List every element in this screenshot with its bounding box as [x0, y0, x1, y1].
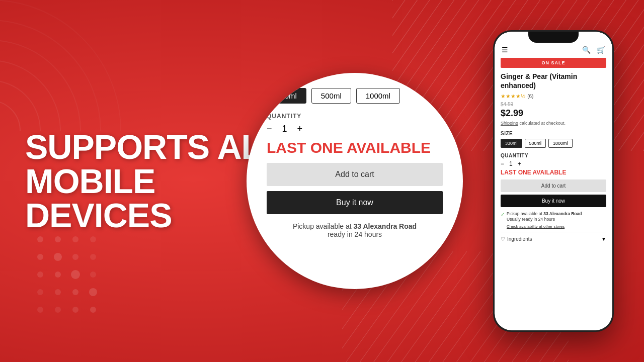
- svg-point-27: [55, 307, 61, 313]
- last-one-circle: LAST ONE AVAILABLE: [267, 139, 443, 156]
- add-to-cart-circle-btn[interactable]: Add to cart: [267, 163, 443, 186]
- stars-row: ★★★★½ (6): [501, 93, 606, 100]
- size-btn-1000ml-circle[interactable]: 1000ml: [356, 88, 400, 104]
- svg-point-19: [55, 272, 61, 278]
- size-500ml-phone[interactable]: 500ml: [525, 139, 546, 148]
- hamburger-icon[interactable]: ☰: [502, 46, 508, 54]
- qty-plus-phone[interactable]: +: [518, 160, 521, 167]
- pickup-text-circle: Pickup available at 33 Alexandra Road re…: [267, 222, 443, 238]
- svg-point-15: [54, 253, 62, 261]
- size-1000ml-phone[interactable]: 1000ml: [548, 139, 573, 148]
- svg-point-16: [72, 254, 78, 260]
- buy-now-circle-btn[interactable]: Buy it now: [267, 191, 443, 214]
- svg-point-18: [37, 272, 43, 278]
- pickup-ready-phone: Usually ready in 24 hours: [507, 217, 555, 222]
- pickup-ready-circle: ready in 24 hours: [328, 230, 382, 238]
- hero-heading: SUPPORTS ALL MOBILE DEVICES: [25, 130, 282, 232]
- svg-point-2: [0, 60, 60, 131]
- cart-icon[interactable]: 🛒: [597, 46, 605, 54]
- svg-point-5: [0, 0, 121, 131]
- ingredients-label: ♡ Ingredients: [501, 236, 532, 242]
- phone-mockup: ☰ 🔍 🛒 ON SALE Ginger & Pear (Vitamin enh…: [493, 30, 614, 332]
- size-btn-500ml-circle[interactable]: 500ml: [311, 88, 351, 104]
- check-availability-link[interactable]: Check availability at other stores: [507, 224, 582, 229]
- review-count: (6): [527, 94, 533, 99]
- pickup-info: Pickup available at 33 Alexandra Road Us…: [507, 211, 582, 230]
- qty-row-phone: − 1 +: [501, 160, 606, 167]
- qty-minus-phone[interactable]: −: [501, 160, 504, 167]
- svg-point-24: [72, 289, 78, 295]
- heading-line1: SUPPORTS ALL: [25, 128, 282, 166]
- dots-decoration: [30, 229, 131, 322]
- svg-point-10: [37, 236, 43, 242]
- svg-point-14: [37, 254, 43, 260]
- phone-screen: ☰ 🔍 🛒 ON SALE Ginger & Pear (Vitamin enh…: [495, 32, 612, 330]
- qty-plus-circle[interactable]: +: [297, 124, 303, 134]
- check-icon: ✓: [501, 212, 505, 217]
- pickup-location-phone: 33 Alexandra Road: [543, 211, 582, 216]
- size-label-phone: SIZE: [501, 131, 606, 136]
- svg-point-17: [90, 254, 96, 260]
- phone-header-icons: 🔍 🛒: [582, 46, 605, 54]
- svg-point-21: [90, 272, 96, 278]
- svg-point-13: [90, 236, 96, 242]
- qty-control-circle: − 1 +: [267, 124, 443, 134]
- pickup-location-circle: 33 Alexandra Road: [354, 222, 417, 230]
- arc-decoration: [0, 0, 131, 131]
- stars-icon: ★★★★½: [501, 93, 525, 100]
- old-price: $4.59: [501, 102, 606, 107]
- size-330ml-phone[interactable]: 330ml: [501, 139, 522, 148]
- qty-label-phone: QUANTITY: [501, 153, 606, 158]
- svg-point-25: [89, 288, 97, 296]
- phone-content: ON SALE Ginger & Pear (Vitamin enhanced)…: [495, 58, 612, 242]
- qty-value-phone: 1: [509, 160, 513, 167]
- svg-point-28: [72, 307, 78, 313]
- buy-now-phone-btn[interactable]: Buy it now: [501, 195, 606, 207]
- svg-point-22: [37, 289, 43, 295]
- add-to-cart-phone-btn[interactable]: Add to cart: [501, 179, 606, 192]
- heading-line3: DEVICES: [25, 196, 172, 234]
- svg-point-23: [55, 289, 61, 295]
- pickup-available-phone: Pickup available at: [507, 211, 542, 216]
- qty-label-circle: QUANTITY: [267, 113, 443, 120]
- svg-point-11: [55, 236, 61, 242]
- svg-point-12: [72, 236, 78, 242]
- shipping-link[interactable]: Shipping: [501, 121, 518, 126]
- ingredients-text[interactable]: Ingredients: [507, 236, 532, 242]
- svg-point-0: [0, 101, 20, 131]
- qty-minus-circle[interactable]: −: [267, 124, 272, 134]
- last-one-phone: LAST ONE AVAILABLE: [501, 169, 606, 176]
- qty-value-circle: 1: [282, 124, 287, 134]
- circle-magnifier: 330ml 500ml 1000ml QUANTITY − 1 + LAST O…: [247, 73, 463, 289]
- chevron-down-icon: ▼: [601, 236, 606, 242]
- shipping-text: Shipping calculated at checkout.: [501, 121, 606, 126]
- phone-notch: [528, 32, 579, 43]
- product-title-phone: Ginger & Pear (Vitamin enhanced): [501, 72, 606, 90]
- svg-point-29: [90, 307, 96, 313]
- pickup-available-circle: Pickup available at: [293, 222, 352, 230]
- pickup-check-row: ✓ Pickup available at 33 Alexandra Road …: [501, 211, 606, 230]
- new-price: $2.99: [501, 108, 606, 119]
- svg-point-26: [37, 307, 43, 313]
- svg-point-20: [71, 270, 80, 279]
- shipping-calc: calculated at checkout.: [520, 121, 566, 126]
- ingredients-row: ♡ Ingredients ▼: [501, 232, 606, 242]
- search-icon[interactable]: 🔍: [582, 46, 591, 54]
- on-sale-badge: ON SALE: [501, 58, 606, 68]
- heart-icon: ♡: [501, 236, 505, 242]
- heading-line2: MOBILE: [25, 162, 155, 200]
- size-row-phone: 330ml 500ml 1000ml: [501, 139, 606, 148]
